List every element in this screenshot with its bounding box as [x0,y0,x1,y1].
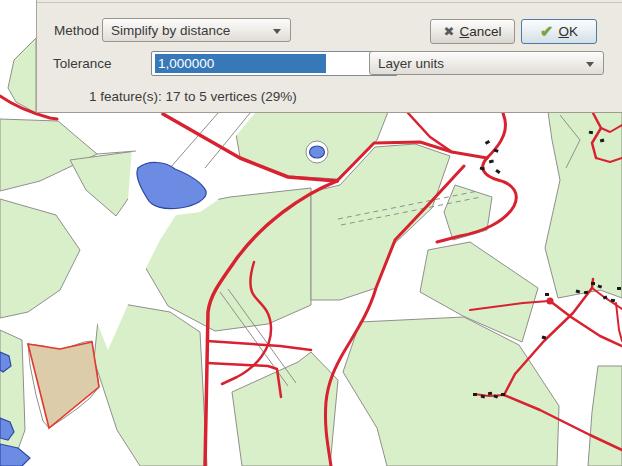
cancel-button[interactable]: ✖ Cancel [430,19,515,44]
tolerance-label: Tolerance [53,56,112,71]
cancel-x-icon: ✖ [444,24,455,39]
tolerance-spinbox[interactable]: 1,000000 ▲ ▼ [151,51,398,76]
chevron-down-icon [586,62,594,67]
method-label: Method [54,23,99,38]
method-combobox-value: Simplify by distance [111,23,230,38]
units-combobox-value: Layer units [378,56,444,71]
units-combobox[interactable]: Layer units [369,51,604,75]
chevron-down-icon [273,29,281,34]
pond-polygon [310,146,325,158]
simplify-dialog: Method Simplify by distance ✖ Cancel ✔ O… [36,0,622,113]
method-combobox[interactable]: Simplify by distance [102,18,291,42]
ok-button[interactable]: ✔ OK [521,19,597,44]
cancel-button-label: Cancel [459,24,501,39]
road-junction-dot [547,298,554,305]
tolerance-value-selected: 1,000000 [155,54,326,73]
qgis-simplify-feature-window: Method Simplify by distance ✖ Cancel ✔ O… [0,0,622,466]
ok-check-icon: ✔ [540,22,553,41]
ok-button-label: OK [558,24,578,39]
simplify-status-text: 1 feature(s): 17 to 5 vertices (29%) [89,89,297,104]
